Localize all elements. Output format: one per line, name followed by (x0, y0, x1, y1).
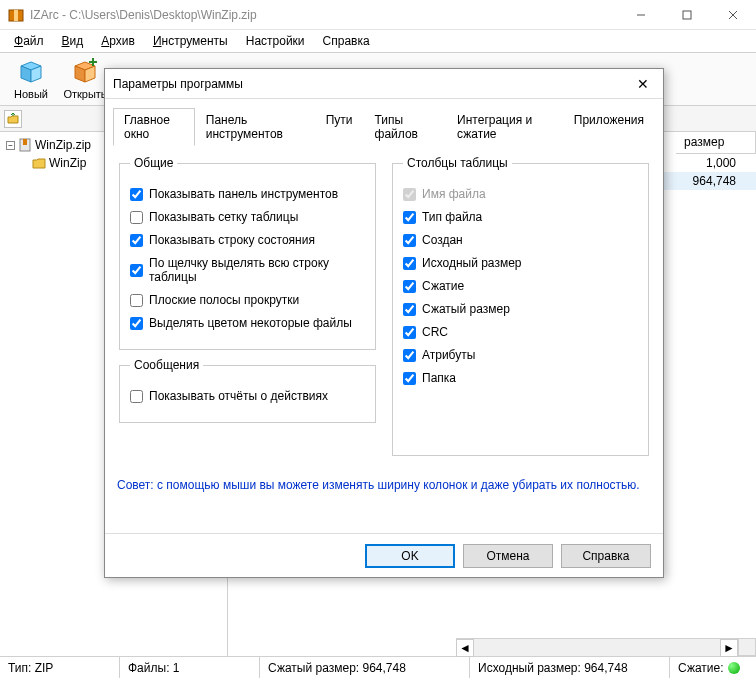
help-button[interactable]: Справка (561, 544, 651, 568)
tree-expander[interactable]: − (6, 141, 15, 150)
menu-file[interactable]: Файл (6, 32, 52, 50)
group-columns-label: Столбцы таблицы (403, 156, 512, 170)
chk-col-attrs[interactable]: Атрибуты (403, 348, 638, 362)
nav-up-button[interactable] (4, 110, 22, 128)
menu-tools-label: И (153, 34, 162, 48)
dialog-close-button[interactable]: ✕ (631, 72, 655, 96)
titlebar: IZArc - C:\Users\Denis\Desktop\WinZip.zi… (0, 0, 756, 30)
chk-col-ratio-input[interactable] (403, 280, 416, 293)
group-columns: Столбцы таблицы Имя файла Тип файла Созд… (392, 156, 649, 456)
tab-paths[interactable]: Пути (315, 108, 364, 146)
chk-flat-scroll-input[interactable] (130, 294, 143, 307)
chk-full-row[interactable]: По щелчку выделять всю строку таблицы (130, 256, 365, 284)
options-dialog: Параметры программы ✕ Главное окно Панел… (104, 68, 664, 578)
tab-main-window[interactable]: Главное окно (113, 108, 195, 146)
chk-col-filename-input (403, 188, 416, 201)
chk-show-status-input[interactable] (130, 234, 143, 247)
svg-rect-1 (14, 10, 18, 21)
toolbar-new-button[interactable]: Новый (4, 54, 58, 104)
status-type: Тип: ZIP (0, 657, 120, 678)
tab-page-main: Общие Показывать панель инструментов Пок… (113, 146, 655, 468)
col-size-header[interactable]: размер (676, 132, 756, 153)
dialog-titlebar: Параметры программы ✕ (105, 69, 663, 99)
chk-col-folder[interactable]: Папка (403, 371, 638, 385)
svg-rect-3 (683, 11, 691, 19)
chk-color-files-input[interactable] (130, 317, 143, 330)
chk-col-filetype[interactable]: Тип файла (403, 210, 638, 224)
dialog-buttons: OK Отмена Справка (105, 533, 663, 577)
chk-col-packed-size-input[interactable] (403, 303, 416, 316)
new-icon (17, 58, 45, 86)
dialog-body: Главное окно Панель инструментов Пути Ти… (105, 99, 663, 533)
chk-show-toolbar[interactable]: Показывать панель инструментов (130, 187, 365, 201)
menu-view[interactable]: Вид (54, 32, 92, 50)
menu-help[interactable]: Справка (315, 32, 378, 50)
svg-rect-9 (23, 139, 27, 145)
chk-col-orig-size-input[interactable] (403, 257, 416, 270)
chk-show-grid[interactable]: Показывать сетку таблицы (130, 210, 365, 224)
chk-col-created-input[interactable] (403, 234, 416, 247)
chk-color-files[interactable]: Выделять цветом некоторые файлы (130, 316, 365, 330)
chk-show-reports[interactable]: Показывать отчёты о действиях (130, 389, 365, 403)
chk-col-crc[interactable]: CRC (403, 325, 638, 339)
menu-settings[interactable]: Настройки (238, 32, 313, 50)
menubar: Файл Вид Архив Инструменты Настройки Спр… (0, 30, 756, 52)
status-compressed: Сжатый размер: 964,748 (260, 657, 470, 678)
left-column: Общие Показывать панель инструментов Пок… (119, 156, 376, 464)
list-rows: 1,000 964,748 (656, 154, 756, 190)
scroll-corner (738, 638, 756, 656)
window-title: IZArc - C:\Users\Denis\Desktop\WinZip.zi… (30, 8, 618, 22)
chk-col-packed-size[interactable]: Сжатый размер (403, 302, 638, 316)
menu-tools[interactable]: Инструменты (145, 32, 236, 50)
status-led-icon (728, 662, 740, 674)
group-messages: Сообщения Показывать отчёты о действиях (119, 358, 376, 423)
chk-col-filename: Имя файла (403, 187, 638, 201)
folder-up-icon (7, 113, 19, 125)
chk-col-created[interactable]: Создан (403, 233, 638, 247)
tab-integration[interactable]: Интеграция и сжатие (446, 108, 563, 146)
archive-file-icon (18, 138, 32, 152)
minimize-button[interactable] (618, 0, 664, 30)
scroll-left-button[interactable]: ◄ (456, 639, 474, 657)
chk-col-ratio[interactable]: Сжатие (403, 279, 638, 293)
folder-icon (32, 156, 46, 170)
ok-button[interactable]: OK (365, 544, 455, 568)
close-button[interactable] (710, 0, 756, 30)
menu-file-label: Ф (14, 34, 23, 48)
chk-flat-scroll[interactable]: Плоские полосы прокрутки (130, 293, 365, 307)
menu-view-label: В (62, 34, 70, 48)
chk-col-crc-input[interactable] (403, 326, 416, 339)
maximize-button[interactable] (664, 0, 710, 30)
tab-toolbar[interactable]: Панель инструментов (195, 108, 315, 146)
list-row[interactable]: 964,748 (656, 172, 756, 190)
chk-col-attrs-input[interactable] (403, 349, 416, 362)
chk-show-status[interactable]: Показывать строку состояния (130, 233, 365, 247)
chk-col-orig-size[interactable]: Исходный размер (403, 256, 638, 270)
chk-full-row-input[interactable] (130, 264, 143, 277)
scroll-track[interactable] (474, 639, 720, 656)
tab-apps[interactable]: Приложения (563, 108, 655, 146)
scroll-right-button[interactable]: ► (720, 639, 738, 657)
cancel-button[interactable]: Отмена (463, 544, 553, 568)
right-column: Столбцы таблицы Имя файла Тип файла Созд… (392, 156, 649, 464)
chk-show-reports-input[interactable] (130, 390, 143, 403)
dialog-title: Параметры программы (113, 77, 631, 91)
chk-col-filetype-input[interactable] (403, 211, 416, 224)
status-ratio: Сжатие: (670, 657, 756, 678)
horizontal-scrollbar[interactable]: ◄ ► (456, 638, 738, 656)
chk-col-folder-input[interactable] (403, 372, 416, 385)
chk-show-toolbar-input[interactable] (130, 188, 143, 201)
status-files: Файлы: 1 (120, 657, 260, 678)
list-row[interactable]: 1,000 (656, 154, 756, 172)
tree-root-label: WinZip.zip (35, 138, 91, 152)
dialog-tabs: Главное окно Панель инструментов Пути Ти… (113, 107, 655, 146)
dialog-hint: Совет: с помощью мыши вы можете изменять… (117, 478, 651, 492)
statusbar: Тип: ZIP Файлы: 1 Сжатый размер: 964,748… (0, 656, 756, 678)
app-icon (8, 7, 24, 23)
toolbar-open-label: Открыть (63, 88, 106, 100)
list-header: размер (676, 132, 756, 154)
menu-archive[interactable]: Архив (93, 32, 143, 50)
chk-show-grid-input[interactable] (130, 211, 143, 224)
tab-filetypes[interactable]: Типы файлов (364, 108, 447, 146)
group-general: Общие Показывать панель инструментов Пок… (119, 156, 376, 350)
